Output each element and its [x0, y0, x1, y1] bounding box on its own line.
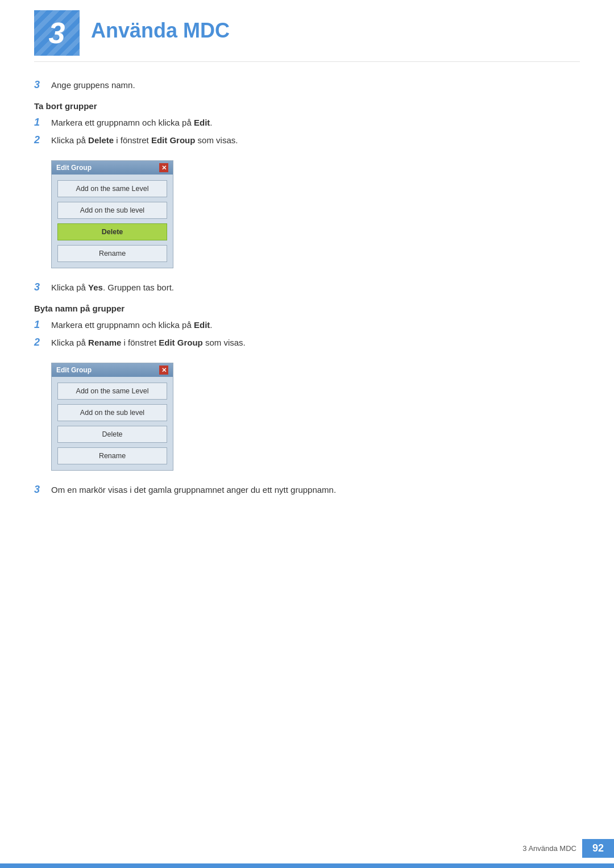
dialog1-body: Add on the same Level Add on the sub lev…	[52, 175, 173, 268]
step-text-intro: Ange gruppens namn.	[51, 80, 580, 90]
s2-step-num-2: 2	[34, 337, 51, 348]
dialog1-btn-add-same[interactable]: Add on the same Level	[57, 180, 167, 197]
dialog2-body: Add on the same Level Add on the sub lev…	[52, 377, 173, 470]
page-header: 3 Använda MDC	[34, 0, 580, 62]
dialog2-btn-add-sub[interactable]: Add on the sub level	[57, 404, 167, 421]
dialog2-titlebar: Edit Group ✕	[52, 363, 173, 377]
dialog1-titlebar: Edit Group ✕	[52, 161, 173, 175]
dialog2-title: Edit Group	[56, 366, 92, 374]
chapter-title: Använda MDC	[91, 10, 230, 43]
intro-step3: 3 Ange gruppens namn.	[34, 79, 580, 91]
dialog1-container: Edit Group ✕ Add on the same Level Add o…	[51, 160, 173, 268]
page-number: 92	[582, 839, 614, 858]
step-num-intro: 3	[34, 79, 51, 91]
dialog1-btn-delete[interactable]: Delete	[57, 223, 167, 240]
chapter-badge: 3	[34, 10, 80, 56]
dialog2-btn-rename[interactable]: Rename	[57, 447, 167, 464]
main-content: 3 Ange gruppens namn. Ta bort grupper 1 …	[34, 79, 580, 496]
s1-step-num-2: 2	[34, 134, 51, 146]
s2-step-text-3: Om en markör visas i det gamla gruppnamn…	[51, 485, 580, 495]
dialog2-btn-delete[interactable]: Delete	[57, 426, 167, 443]
section1-heading: Ta bort grupper	[34, 101, 580, 111]
section2-step3: 3 Om en markör visas i det gamla gruppna…	[34, 484, 580, 496]
chapter-number: 3	[49, 16, 65, 50]
s2-step-num-3: 3	[34, 484, 51, 496]
dialog1-btn-rename[interactable]: Rename	[57, 245, 167, 262]
dialog2-close-button[interactable]: ✕	[159, 366, 168, 375]
s1-step-text-2: Klicka på Delete i fönstret Edit Group s…	[51, 135, 580, 145]
footer-text: 3 Använda MDC	[522, 844, 576, 853]
dialog1-btn-add-sub[interactable]: Add on the sub level	[57, 202, 167, 219]
section2-step2: 2 Klicka på Rename i fönstret Edit Group…	[34, 337, 580, 348]
section1-step2: 2 Klicka på Delete i fönstret Edit Group…	[34, 134, 580, 146]
s2-step-text-1: Markera ett gruppnamn och klicka på Edit…	[51, 320, 580, 330]
dialog1-close-button[interactable]: ✕	[159, 163, 168, 172]
edit-group-dialog-2: Edit Group ✕ Add on the same Level Add o…	[51, 363, 173, 471]
page-footer: 3 Använda MDC 92	[0, 839, 614, 858]
section2-step1: 1 Markera ett gruppnamn och klicka på Ed…	[34, 319, 580, 331]
s1-step-text-1: Markera ett gruppnamn och klicka på Edit…	[51, 118, 580, 127]
edit-group-dialog-1: Edit Group ✕ Add on the same Level Add o…	[51, 160, 173, 268]
s2-step-num-1: 1	[34, 319, 51, 331]
section1-step3: 3 Klicka på Yes. Gruppen tas bort.	[34, 281, 580, 293]
dialog1-title: Edit Group	[56, 164, 92, 172]
s2-step-text-2: Klicka på Rename i fönstret Edit Group s…	[51, 338, 580, 347]
footer-bar	[0, 863, 614, 868]
s1-step-text-3: Klicka på Yes. Gruppen tas bort.	[51, 283, 580, 292]
section2-heading: Byta namn på grupper	[34, 304, 580, 313]
s1-step-num-3: 3	[34, 281, 51, 293]
dialog2-container: Edit Group ✕ Add on the same Level Add o…	[51, 363, 173, 471]
s1-step-num-1: 1	[34, 117, 51, 128]
dialog2-btn-add-same[interactable]: Add on the same Level	[57, 383, 167, 400]
section1-step1: 1 Markera ett gruppnamn och klicka på Ed…	[34, 117, 580, 128]
